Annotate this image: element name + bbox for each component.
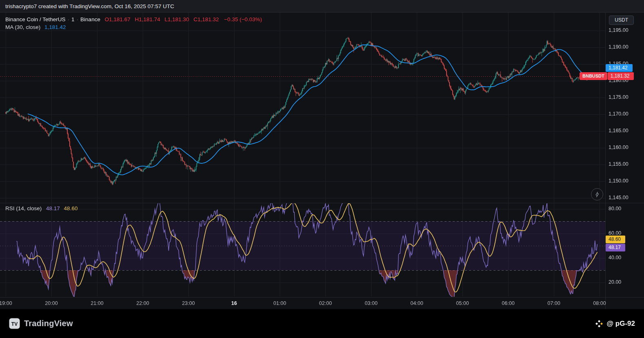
rsi-tick-label: 80.00 [609,206,621,211]
ma-legend[interactable]: MA (30, close) 1,181.42 [5,24,66,30]
rsi-indicator-value: 48.17 [46,205,60,211]
rsi-tick-label: 20.00 [609,279,621,285]
time-tick-label: 07:00 [541,300,567,306]
rsi-ma-badge: 48.60 [606,236,625,243]
price-tick-label: 1,175.00 [609,94,629,100]
rsi-indicator-label: RSI (14, close) [5,205,42,211]
rsi-value-badge: 48.17 [606,244,625,251]
main-pane-legend[interactable]: Binance Coin / TetherUS·1·Binance O1,181… [5,16,262,22]
price-tick-label: 1,160.00 [609,145,629,150]
time-tick-label: 08:00 [586,300,613,306]
diamond-icon [595,320,603,328]
attribution-text: @ pG-92 [607,320,635,328]
snapshot-attribution-text: trishacrypto7 created with TradingView.c… [5,3,174,9]
ma-indicator-label: MA (30, close) [5,24,40,30]
last-price-badge: 1,181.32 [608,72,634,80]
svg-text:TV: TV [11,321,18,327]
price-change: −0.35 (−0.03%) [224,16,262,22]
time-tick-label: 22:00 [130,300,156,306]
price-tick-label: 1,145.00 [609,195,629,200]
ma-price-badge: 1,181.42 [606,64,633,72]
time-tick-label: 20:00 [38,300,64,306]
brand-name: TradingView [24,319,73,328]
time-tick-label: 23:00 [175,300,201,306]
currency-toggle-button[interactable]: USDT [609,16,634,25]
time-tick-label: 04:00 [404,300,430,306]
time-tick-label: 01:00 [267,300,293,306]
price-tick-label: 1,165.00 [609,128,629,133]
price-tick-label: 1,190.00 [609,44,629,50]
rsi-legend[interactable]: RSI (14, close) 48.17 48.60 [5,205,77,211]
interval-label: 1 [71,16,75,22]
time-tick-label: 21:00 [84,300,110,306]
price-tick-label: 1,170.00 [609,111,629,117]
legend-separator: · [68,16,70,22]
ohlc-high: H1,181.74 [135,16,160,22]
tradingview-logo-link[interactable]: TV TradingView [9,318,73,329]
price-tick-label: 1,155.00 [609,161,629,167]
exchange-label: Binance [80,16,100,22]
price-tick-label: 1,150.00 [609,178,629,184]
time-tick-label: 03:00 [358,300,384,306]
price-chart-canvas[interactable] [0,0,644,309]
ohlc-open: O1,181.67 [105,16,131,22]
rsi-tick-label: 60.00 [609,230,621,236]
last-price-label-group: BNBUSDT 1,181.32 [580,72,634,80]
rsi-ma-value: 48.60 [64,205,78,211]
time-tick-label: 05:00 [449,300,476,306]
price-tick-label: 1,195.00 [609,27,629,33]
time-tick-label: 19:00 [0,300,19,306]
pane-separator [0,203,644,203]
ohlc-low: L1,181.30 [165,16,189,22]
ma-indicator-value: 1,181.42 [44,24,66,30]
symbol-title: Binance Coin / TetherUS [5,16,66,22]
legend-separator: · [77,16,79,22]
time-tick-label: 16 [221,300,247,306]
time-axis[interactable]: 19:0020:0021:0022:0023:001601:0002:0003:… [0,297,644,309]
time-tick-label: 02:00 [312,300,339,306]
time-tick-label: 06:00 [495,300,521,306]
instant-order-button[interactable] [591,188,603,200]
footer-bar: TV TradingView @ pG-92 [0,309,644,338]
lightning-icon [594,191,600,198]
ohlc-close: C1,181.32 [193,16,219,22]
rsi-tick-label: 40.00 [609,255,621,260]
snapshot-topbar: trishacrypto7 created with TradingView.c… [0,0,644,13]
symbol-tag: BNBUSDT [580,72,607,80]
price-axis[interactable]: 1,145.001,150.001,155.001,160.001,165.00… [606,13,644,297]
tradingview-logo-icon: TV [9,318,20,329]
watermark-attribution: @ pG-92 [595,320,635,328]
